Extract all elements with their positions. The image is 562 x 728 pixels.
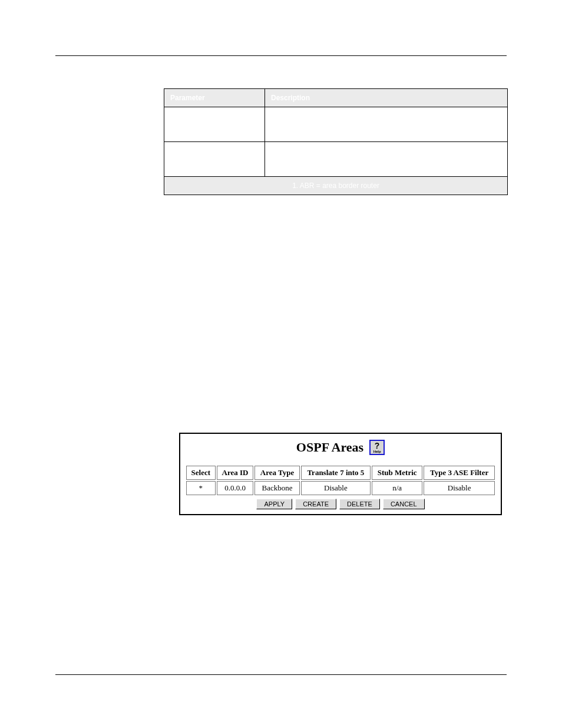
table-row: OSPF Route Redistribute Hyperlink to the… xyxy=(164,107,508,142)
nav-path: Protocols > IP > OSPF > OSPF General xyxy=(207,263,348,272)
dialog-buttons: APPLY CREATE DELETE CANCEL xyxy=(185,499,496,509)
table-footnote: 1. ABR = area border router xyxy=(164,177,508,195)
figure-caption: Figure 6-5 OSPF Areas Page xyxy=(164,420,507,429)
footer-rule xyxy=(55,674,507,675)
footer-page-number: 6-9 xyxy=(497,694,507,701)
col-select: Select xyxy=(186,466,216,480)
col-translate: Translate 7 into 5 xyxy=(301,466,371,480)
create-button[interactable]: CREATE xyxy=(295,499,336,509)
cell-filter: Disable xyxy=(424,481,495,495)
dialog-title: OSPF Areas xyxy=(296,440,363,455)
cell-stub-metric: n/a xyxy=(372,481,422,495)
desc-cell: Hyperlink to the OSPF Virtual Links page… xyxy=(265,142,508,177)
intro-text: Use the following procedure to create an… xyxy=(164,243,507,255)
apply-button[interactable]: APPLY xyxy=(256,499,292,509)
step-sub: The OSPF Areas page appears. xyxy=(184,387,507,398)
step-text: Select Protocols > IP > OSPF > OSPF Gene… xyxy=(184,263,424,272)
page-container: Chapter 6 Configuring the Catalyst 8500 … xyxy=(0,0,562,728)
ospf-areas-table: Select Area ID Area Type Translate 7 int… xyxy=(185,465,496,496)
table-footnote-row: 1. ABR = area border router xyxy=(164,177,508,195)
page-footer: Catalyst 8540 CSR Cisco View Based Route… xyxy=(55,694,507,701)
col-stub-metric: Stub Metric xyxy=(372,466,422,480)
step-text: In the OSPF Process list, click the acti… xyxy=(184,297,492,317)
footer-doc-title: Catalyst 8540 CSR Cisco View Based Route… xyxy=(55,694,252,701)
cell-select[interactable]: * xyxy=(186,481,216,495)
step-2: In the OSPF Process list, click the acti… xyxy=(164,297,507,347)
col-ase-filter: Type 3 ASE Filter xyxy=(424,466,495,480)
param-cell: OSPF Route Redistribute xyxy=(164,107,265,142)
cell-translate: Disable xyxy=(301,481,371,495)
table-row: OSPF Virtual Links Hyperlink to the OSPF… xyxy=(164,142,508,177)
desc-cell: Hyperlink to the OSPF Route Redistribute… xyxy=(265,107,508,142)
select-column: Select xyxy=(421,297,444,306)
ospf-areas-dialog: OSPF Areas ? Help Select Area ID Area Ty… xyxy=(179,433,502,515)
cell-area-type: Backbone xyxy=(254,481,299,495)
col-parameter: Parameter xyxy=(164,89,265,107)
procedure-steps: Select Protocols > IP > OSPF > OSPF Gene… xyxy=(164,263,507,398)
cell-area-id: 0.0.0.0 xyxy=(217,481,254,495)
header-subtopic: Configuring OSPF xyxy=(55,44,507,53)
step-3: Click OSPF Areas in the OSPF Detailed Co… xyxy=(164,369,507,398)
help-icon[interactable]: ? Help xyxy=(369,440,385,455)
header-chapter: Chapter 6 xyxy=(55,33,89,42)
header-topic: Configuring the Catalyst 8500 for Routed… xyxy=(334,33,507,42)
col-area-type: Area Type xyxy=(254,466,299,480)
step-text: Click OSPF Areas in the OSPF Detailed Co… xyxy=(184,370,384,378)
dialog-title-row: OSPF Areas ? Help xyxy=(185,440,496,455)
header-rule xyxy=(55,55,507,56)
ospf-areas-link-text: OSPF Areas xyxy=(203,370,249,379)
cancel-button[interactable]: CANCEL xyxy=(383,499,425,509)
step-sub: The OSPF General page refreshes and disp… xyxy=(184,324,507,347)
running-header: Chapter 6 Configuring the Catalyst 8500 … xyxy=(55,33,507,42)
col-area-id: Area ID xyxy=(217,466,254,480)
table-caption: Table 6-6 OSPF General Configuration (co… xyxy=(164,76,508,85)
delete-button[interactable]: DELETE xyxy=(339,499,380,509)
ospf-general-table: Parameter Description OSPF Route Redistr… xyxy=(164,88,508,195)
table-row: * 0.0.0.0 Backbone Disable n/a Disable xyxy=(186,481,495,495)
table-header-row: Select Area ID Area Type Translate 7 int… xyxy=(186,466,495,480)
step-1: Select Protocols > IP > OSPF > OSPF Gene… xyxy=(164,263,507,274)
heading-creating-ospf-area: Creating an OSPF Area xyxy=(55,221,507,236)
table-6-6: Table 6-6 OSPF General Configuration (co… xyxy=(164,76,508,195)
param-cell: OSPF Virtual Links xyxy=(164,142,265,177)
col-description: Description xyxy=(265,89,508,107)
